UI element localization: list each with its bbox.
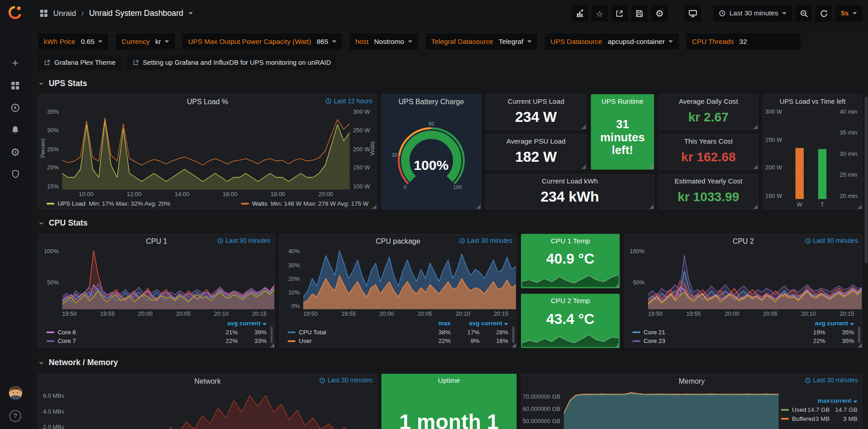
panel-title[interactable]: UPS Load % — [187, 97, 228, 106]
dashboard-links: Grafana Plex Theme Setting up Grafana an… — [38, 55, 337, 70]
legend-row[interactable]: Used14.7 GB14.7 GB — [781, 405, 858, 414]
link-grafana-plex-theme[interactable]: Grafana Plex Theme — [38, 55, 121, 70]
stat-title[interactable]: This Years Cost — [659, 137, 758, 145]
legend-sort-header[interactable]: avg — [209, 320, 238, 327]
legend-sort-header[interactable]: avg — [451, 320, 480, 327]
help-button[interactable]: ? — [0, 406, 30, 425]
panel-title[interactable]: CPU 1 — [146, 237, 167, 245]
cpu-package-chart[interactable] — [303, 248, 516, 309]
variable-kwh-price[interactable]: kWh Price0.65 — [38, 33, 109, 50]
panel-title[interactable]: CPU package — [376, 237, 420, 245]
zoom-out-time-button[interactable] — [796, 5, 812, 22]
legend-sort-header[interactable]: current — [238, 320, 267, 327]
stat-title[interactable]: Estimated Yearly Cost — [659, 178, 758, 185]
breadcrumb-root[interactable]: Unraid — [53, 9, 76, 18]
dashboard-grid-icon[interactable] — [39, 9, 48, 18]
memory-chart[interactable] — [564, 387, 779, 429]
panel-time-override[interactable]: Last 30 minutes — [459, 237, 512, 244]
refresh-button[interactable] — [816, 5, 832, 22]
variable-host[interactable]: hostNostromo — [350, 33, 418, 50]
axis-tick: 20:15 — [252, 310, 267, 317]
dashboard-settings-button[interactable]: ⚙ — [651, 5, 668, 22]
load-vs-time-chart[interactable]: WT — [786, 108, 837, 199]
variable-ups-max-output[interactable]: UPS Max Output Power Capacity (Watt)865 — [182, 33, 342, 50]
stat-title[interactable]: CPU 2 Temp — [522, 297, 620, 305]
chart-legend: UPS LoadMin: 17% Max: 32% Avg: 20%WattsM… — [39, 198, 377, 209]
legend-row[interactable]: Core 722%33% — [47, 337, 267, 346]
panel-title[interactable]: Memory — [679, 376, 705, 385]
sidebar-item-explore[interactable] — [0, 98, 30, 117]
sidebar-item-configuration[interactable]: ⚙ — [0, 142, 30, 161]
panel-time-override[interactable]: Last 30 minutes — [805, 237, 858, 244]
stat-title[interactable]: UPS Runtime — [591, 97, 653, 105]
section-ups-stats[interactable]: UPS Stats — [38, 79, 87, 88]
sidebar-item-server-admin[interactable] — [0, 164, 30, 183]
legend-scrollbar[interactable] — [271, 327, 273, 343]
legend-sort-header[interactable]: max — [802, 397, 830, 404]
panel-time-override[interactable]: Last 12 hours — [325, 97, 372, 104]
time-range-picker[interactable]: Last 30 minutes — [713, 5, 792, 22]
panel-time-override[interactable]: Last 30 minutes — [319, 377, 372, 384]
user-profile-button[interactable] — [0, 384, 30, 403]
panel-title[interactable]: CPU 2 — [733, 237, 754, 245]
share-icon — [615, 9, 624, 17]
panel-title[interactable]: UPS Battery Charge — [399, 97, 464, 106]
cycle-view-mode-button[interactable] — [684, 5, 701, 22]
variable-ups-datasource[interactable]: UPS Datasourceapcupsd-container — [545, 33, 678, 50]
stat-title[interactable]: Average Daily Cost — [659, 97, 758, 105]
legend-scrollbar[interactable] — [858, 327, 860, 343]
stat-title[interactable]: CPU 1 Temp — [522, 237, 620, 245]
y-axis-left: 100%50% — [625, 248, 648, 309]
panel-title[interactable]: Network — [194, 376, 220, 385]
add-panel-button[interactable] — [572, 5, 588, 22]
dashboard-title[interactable]: Unraid System Dashboard — [89, 9, 183, 18]
create-button[interactable]: + — [0, 53, 30, 72]
page-scrollbar[interactable] — [865, 97, 868, 263]
stat-title[interactable]: Uptime — [382, 377, 516, 385]
legend-sort-header[interactable]: current — [830, 397, 858, 404]
star-dashboard-button[interactable]: ☆ — [591, 5, 608, 22]
sidebar-item-dashboards[interactable] — [0, 76, 30, 95]
variable-currency[interactable]: Currencykr — [116, 33, 175, 50]
network-chart[interactable] — [67, 387, 376, 429]
cpu1-chart[interactable] — [62, 248, 274, 309]
panel-time-override[interactable]: Last 30 minutes — [805, 377, 858, 384]
legend-row[interactable]: CPU Total38%17%28% — [288, 328, 508, 337]
legend-item[interactable]: WattsMin: 148 W Max: 278 W Avg: 175 W — [241, 200, 369, 207]
stat-title[interactable]: Current Load kWh — [486, 178, 653, 185]
section-network-memory[interactable]: Network / Memory — [38, 358, 118, 367]
ups-load-chart[interactable] — [62, 108, 350, 190]
save-dashboard-button[interactable] — [631, 5, 648, 22]
legend-sort-header[interactable]: current — [825, 320, 854, 327]
variable-telegraf-datasource[interactable]: Telegraf DatasourceTelegraf — [426, 33, 538, 50]
title-caret-icon[interactable] — [188, 12, 193, 14]
section-cpu-stats[interactable]: CPU Stats — [38, 218, 88, 227]
panel-time-override[interactable]: Last 30 minutes — [217, 237, 271, 244]
legend-row[interactable]: Core 2322%35% — [632, 337, 854, 346]
bar-T[interactable]: T — [818, 108, 826, 199]
stat-title[interactable]: Current UPS Load — [486, 97, 586, 105]
legend-sort-header[interactable]: current — [479, 320, 508, 327]
battery-charge-gauge[interactable]: 02050100100% — [382, 108, 481, 209]
variable-cpu-threads[interactable]: CPU Threads32 — [687, 33, 801, 50]
axis-tick: 4.0 MBs — [43, 408, 64, 423]
cpu-threads-input[interactable]: 32 — [739, 38, 795, 45]
sidebar-item-alerting[interactable] — [0, 120, 30, 139]
legend-row[interactable]: Buffered3 MB3 MB — [781, 414, 858, 423]
link-ups-monitoring-guide[interactable]: Setting up Grafana and InfluxDB for UPS … — [127, 55, 337, 70]
legend-sort-header[interactable]: avg — [796, 320, 825, 327]
bar-W[interactable]: W — [796, 108, 804, 199]
legend-sort-header[interactable]: max — [422, 320, 451, 327]
legend-row[interactable]: Core 2119%35% — [632, 328, 854, 337]
refresh-interval-picker[interactable]: 5s — [835, 5, 863, 22]
grafana-logo-icon[interactable] — [7, 5, 24, 21]
stat-title[interactable]: Average PSU Load — [486, 137, 586, 145]
panel-title[interactable]: UPS Load vs Time left — [780, 97, 845, 105]
share-dashboard-button[interactable] — [611, 5, 628, 22]
legend-row[interactable]: User22%9%16% — [288, 337, 508, 346]
legend-scrollbar[interactable] — [512, 327, 515, 343]
legend-row[interactable]: Core 621%39% — [47, 328, 267, 337]
caret-down-icon — [527, 40, 532, 43]
legend-item[interactable]: UPS LoadMin: 17% Max: 32% Avg: 20% — [47, 200, 171, 207]
cpu2-chart[interactable] — [648, 248, 862, 309]
